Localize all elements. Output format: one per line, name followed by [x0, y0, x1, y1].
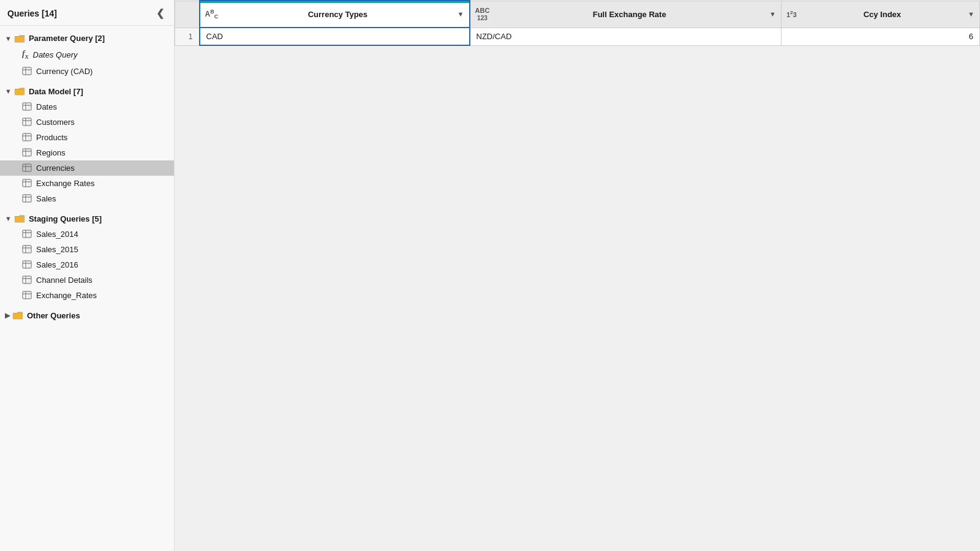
arrow-icon-data-model: ▼: [5, 88, 12, 95]
col-name-full-exchange-rate: Full Exchange Rate: [492, 10, 766, 19]
svg-rect-12: [23, 133, 31, 141]
group-label-parameter-query: Parameter Query [2]: [29, 34, 105, 43]
svg-rect-20: [23, 164, 31, 171]
folder-icon-other-queries: [12, 311, 23, 320]
item-label-currencies: Currencies: [36, 163, 75, 173]
sidebar-item-sales-2014[interactable]: Sales_2014: [0, 227, 174, 242]
sidebar-item-sales-2016[interactable]: Sales_2016: [0, 257, 174, 272]
sidebar-header: Queries [14] ❮: [0, 0, 174, 26]
svg-rect-16: [23, 149, 31, 156]
row-number: 1: [175, 28, 200, 45]
svg-rect-40: [23, 261, 31, 268]
cell-currency-types[interactable]: CAD: [200, 28, 470, 45]
sidebar: Queries [14] ❮ ▼ Parameter Query [2]fxDa…: [0, 0, 175, 551]
item-label-channel-details: Channel Details: [36, 276, 92, 285]
svg-rect-44: [23, 276, 31, 283]
svg-rect-24: [23, 179, 31, 187]
sidebar-item-channel-details[interactable]: Channel Details: [0, 272, 174, 288]
item-icon-sales-2016: [22, 260, 32, 269]
col-name-ccy-index: Ccy Index: [800, 10, 965, 19]
grid-container: ABC Currency Types ▼ ABC123 Full Exchang…: [175, 0, 980, 551]
item-icon-exchange-rates: [22, 179, 32, 187]
group-header-parameter-query[interactable]: ▼ Parameter Query [2]: [0, 31, 174, 46]
arrow-icon-other-queries: ▶: [5, 312, 10, 320]
item-label-dates: Dates: [36, 102, 57, 111]
type-icon-currency-types: ABC: [205, 9, 219, 20]
arrow-icon-parameter-query: ▼: [5, 35, 12, 42]
folder-icon-data-model: [14, 87, 25, 96]
queries-title: Queries [14]: [7, 9, 57, 18]
group-header-staging-queries[interactable]: ▼ Staging Queries [5]: [0, 211, 174, 227]
data-table: ABC Currency Types ▼ ABC123 Full Exchang…: [175, 0, 980, 46]
sidebar-item-exchange-rates-staging[interactable]: Exchange_Rates: [0, 288, 174, 303]
svg-rect-32: [23, 230, 31, 238]
col-header-currency-types[interactable]: ABC Currency Types ▼: [200, 1, 470, 28]
sidebar-item-exchange-rates[interactable]: Exchange Rates: [0, 176, 174, 191]
item-icon-exchange-rates-staging: [22, 291, 32, 299]
svg-rect-8: [23, 118, 31, 126]
folder-icon-staging-queries: [14, 214, 25, 223]
col-header-ccy-index[interactable]: 123 Ccy Index ▼: [781, 1, 979, 28]
col-header-full-exchange-rate[interactable]: ABC123 Full Exchange Rate ▼: [470, 1, 782, 28]
item-label-sales-2015: Sales_2015: [36, 245, 78, 254]
cell-ccy-index[interactable]: 6: [781, 28, 979, 45]
item-label-exchange-rates-staging: Exchange_Rates: [36, 291, 97, 300]
arrow-icon-staging-queries: ▼: [5, 215, 12, 222]
group-label-data-model: Data Model [7]: [29, 87, 83, 96]
tree-root: ▼ Parameter Query [2]fxDates Query Curre…: [0, 26, 174, 328]
fx-icon: fx: [22, 49, 29, 61]
item-icon-dates-query: fx: [22, 49, 29, 61]
item-icon-dates: [22, 102, 32, 111]
table-row: 1CADNZD/CAD6: [175, 28, 980, 45]
svg-rect-36: [23, 246, 31, 253]
item-icon-channel-details: [22, 276, 32, 284]
main-content: ABC Currency Types ▼ ABC123 Full Exchang…: [175, 0, 980, 551]
sidebar-item-currencies[interactable]: Currencies: [0, 160, 174, 176]
sidebar-item-products[interactable]: Products: [0, 130, 174, 145]
group-header-other-queries[interactable]: ▶ Other Queries: [0, 308, 174, 323]
group-parameter-query: ▼ Parameter Query [2]fxDates Query Curre…: [0, 28, 174, 81]
item-label-regions: Regions: [36, 148, 66, 157]
col-accent-currency-types: [200, 1, 469, 3]
filter-icon-currency-types[interactable]: ▼: [458, 10, 464, 18]
type-icon-ccy-index: 123: [786, 10, 797, 18]
group-other-queries: ▶ Other Queries: [0, 305, 174, 326]
row-number-header: [175, 1, 200, 28]
grid-body: 1CADNZD/CAD6: [175, 28, 980, 45]
sidebar-item-customers[interactable]: Customers: [0, 114, 174, 130]
sidebar-item-dates[interactable]: Dates: [0, 99, 174, 114]
sidebar-item-sales-2015[interactable]: Sales_2015: [0, 242, 174, 257]
filter-icon-full-exchange-rate[interactable]: ▼: [769, 10, 776, 18]
item-label-customers: Customers: [36, 118, 75, 127]
group-header-data-model[interactable]: ▼ Data Model [7]: [0, 84, 174, 99]
grid-header: ABC Currency Types ▼ ABC123 Full Exchang…: [175, 1, 980, 28]
svg-rect-28: [23, 195, 31, 202]
collapse-button[interactable]: ❮: [154, 6, 167, 20]
filter-icon-ccy-index[interactable]: ▼: [968, 10, 974, 18]
group-label-staging-queries: Staging Queries [5]: [29, 214, 102, 223]
item-label-sales-2016: Sales_2016: [36, 260, 78, 269]
type-icon-full-exchange-rate: ABC123: [475, 7, 490, 21]
item-icon-products: [22, 133, 32, 141]
cell-full-exchange-rate[interactable]: NZD/CAD: [470, 28, 782, 45]
svg-rect-4: [23, 103, 31, 110]
item-icon-regions: [22, 148, 32, 157]
sidebar-item-regions[interactable]: Regions: [0, 145, 174, 160]
item-icon-sales: [22, 194, 32, 203]
item-label-products: Products: [36, 133, 67, 142]
item-label-currency-cad: Currency (CAD): [36, 67, 92, 76]
folder-icon-parameter-query: [14, 34, 25, 43]
item-icon-currency-cad: [22, 67, 32, 75]
group-label-other-queries: Other Queries: [27, 311, 80, 320]
group-data-model: ▼ Data Model [7] Dates Customers Product…: [0, 81, 174, 209]
item-icon-sales-2014: [22, 230, 32, 238]
sidebar-item-sales[interactable]: Sales: [0, 191, 174, 206]
svg-rect-48: [23, 291, 31, 299]
sidebar-item-currency-cad[interactable]: Currency (CAD): [0, 64, 174, 79]
item-icon-currencies: [22, 163, 32, 172]
group-staging-queries: ▼ Staging Queries [5] Sales_2014 Sales_2…: [0, 209, 174, 305]
sidebar-item-dates-query[interactable]: fxDates Query: [0, 46, 174, 64]
item-label-sales-2014: Sales_2014: [36, 230, 78, 239]
svg-rect-0: [23, 67, 31, 75]
item-label-dates-query: Dates Query: [33, 50, 78, 59]
